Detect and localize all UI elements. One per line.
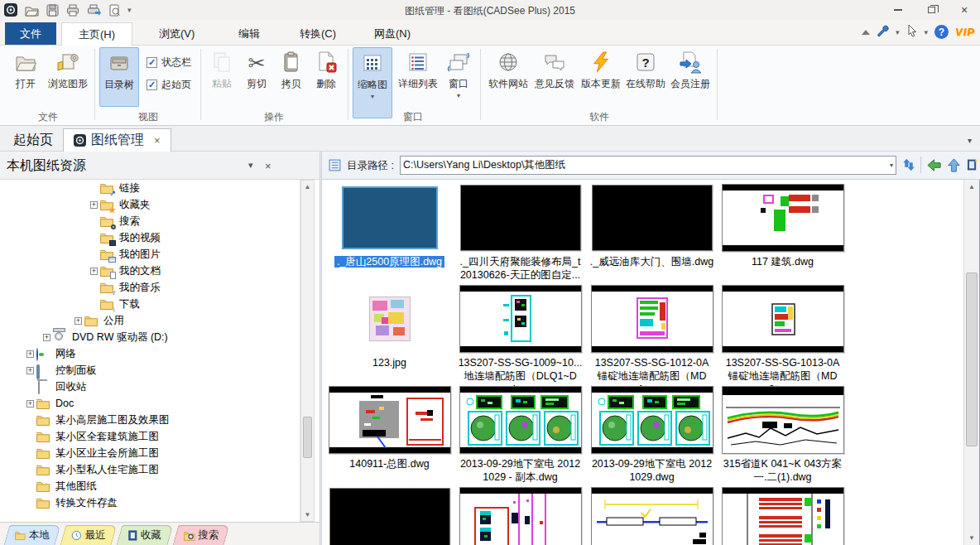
tab-list-dropdown-icon[interactable]: ▾: [968, 136, 972, 145]
file-item[interactable]: 13S207-SS-SG-1012-0A 锚碇地连墙配筋图（MD1）....: [588, 284, 716, 383]
footer-tab-local[interactable]: 本地: [4, 525, 61, 545]
combo-dropdown-icon[interactable]: ▾: [890, 162, 893, 169]
directory-tree-button[interactable]: 目录树: [99, 47, 139, 107]
expand-icon[interactable]: +: [26, 400, 34, 408]
file-item[interactable]: 2013-09-29地下室电 20121029 - 副本.dwg: [456, 385, 584, 485]
expand-icon[interactable]: +: [26, 367, 34, 374]
file-item[interactable]: 13S207-SS-SG-1013-0A 锚碇地连墙配筋图（MD2）....: [718, 284, 847, 383]
tree-item-search[interactable]: 搜索: [0, 213, 300, 229]
open-icon[interactable]: [24, 2, 39, 17]
footer-tab-search[interactable]: 搜索: [173, 525, 230, 545]
file-item[interactable]: 13S207-SS-SG-1009~10... 地连墙配筋图（DLQ1~DL..…: [456, 284, 584, 383]
print-icon[interactable]: [65, 2, 80, 17]
tab-browse[interactable]: 浏览(V): [142, 22, 211, 46]
expand-icon[interactable]: +: [74, 317, 82, 325]
delete-button[interactable]: 删除: [311, 47, 341, 91]
back-button[interactable]: [925, 156, 943, 174]
file-item[interactable]: [588, 486, 716, 545]
tab-netdisk[interactable]: 网盘(N): [358, 22, 427, 46]
tree-item-control-panel[interactable]: + 控制面板: [0, 362, 300, 379]
tree-item-music[interactable]: ♪ 我的音乐: [0, 279, 300, 296]
scroll-up-icon[interactable]: ▲: [301, 183, 314, 191]
tree-item-pictures[interactable]: 我的图片: [0, 246, 300, 263]
footer-tab-favorites[interactable]: 收藏: [117, 525, 174, 545]
tab-start-page[interactable]: 起始页: [3, 128, 63, 152]
file-item[interactable]: [718, 486, 847, 545]
tab-home[interactable]: 主页(H): [61, 22, 132, 46]
tree-scrollbar[interactable]: ▲ ▼: [300, 180, 315, 522]
scroll-up-icon[interactable]: ▲: [964, 183, 979, 191]
tree-item-other-drawings[interactable]: 其他图纸: [0, 478, 300, 494]
vip-badge[interactable]: VIP: [955, 26, 975, 38]
scrollbar-thumb[interactable]: [303, 417, 312, 458]
scroll-down-icon[interactable]: ▼: [301, 511, 314, 518]
file-item[interactable]: 2013-09-29地下室电 20121029.dwg: [588, 385, 716, 485]
wrench-dropdown-icon[interactable]: ▾: [896, 28, 900, 36]
tree-item-clubhouse[interactable]: 某小区业主会所施工图: [0, 445, 300, 461]
cursor-dropdown-icon[interactable]: ▾: [925, 28, 929, 36]
app-logo-icon[interactable]: [3, 2, 18, 17]
print-preview-icon[interactable]: [107, 2, 122, 17]
member-register-button[interactable]: 会员注册: [669, 47, 712, 91]
tree-item-videos[interactable]: 我的视频: [0, 229, 300, 246]
path-input[interactable]: [403, 157, 882, 173]
expand-icon[interactable]: +: [90, 201, 98, 209]
minimize-button[interactable]: [887, 2, 909, 17]
copy-button[interactable]: 拷贝: [276, 47, 306, 91]
tree-item-public[interactable]: + 公用: [0, 312, 300, 329]
browse-drawings-button[interactable]: 浏览图形: [46, 47, 89, 91]
tree-item-fullset[interactable]: 某小区全套建筑施工图: [0, 428, 300, 445]
file-item[interactable]: ._四川天府聚能装修布局_t 20130626-天正的图自定...: [456, 183, 584, 282]
refresh-button[interactable]: [900, 156, 918, 174]
tree-item-doc[interactable]: + Doc: [0, 395, 300, 412]
file-item[interactable]: ._威远油库大门、围墙.dwg: [588, 183, 716, 282]
path-combobox[interactable]: ▾: [400, 156, 896, 175]
cursor-icon[interactable]: [906, 24, 918, 40]
paste-button[interactable]: 粘贴: [207, 47, 237, 91]
tree-item-highrise[interactable]: 某小高层施工图及效果图: [0, 412, 300, 428]
tree-item-downloads[interactable]: ↓ 下载: [0, 296, 300, 312]
close-button[interactable]: ×: [954, 2, 975, 17]
qat-dropdown-icon[interactable]: ▾: [127, 6, 132, 14]
close-tab-icon[interactable]: ×: [154, 134, 161, 147]
file-item[interactable]: 123.jpg: [325, 284, 454, 383]
panel-dropdown-icon[interactable]: ▾: [248, 160, 253, 171]
detail-list-button[interactable]: 详细列表: [396, 47, 440, 91]
tab-file[interactable]: 文件: [5, 22, 56, 45]
update-button[interactable]: 版本更新: [579, 47, 622, 91]
tree-item-favorites[interactable]: + ★ 收藏夹: [0, 196, 300, 213]
help-icon[interactable]: ?: [934, 25, 949, 39]
tree-item-converted-files[interactable]: 转换文件存盘: [0, 494, 300, 511]
feedback-button[interactable]: 意见反馈: [533, 47, 576, 91]
grid-scrollbar[interactable]: ▲ ▼: [963, 180, 979, 545]
file-item[interactable]: [325, 486, 454, 545]
favorites-book-button[interactable]: [963, 156, 980, 174]
tree-item-network[interactable]: + 网络: [0, 345, 300, 362]
file-item[interactable]: 140911-总图.dwg: [325, 385, 454, 485]
footer-tab-recent[interactable]: 最近: [60, 525, 118, 545]
file-item[interactable]: ._唐山2500原理图.dwg: [325, 183, 454, 282]
restore-button[interactable]: [920, 2, 942, 17]
open-button[interactable]: 打开: [7, 47, 45, 91]
thumbnail-view-button[interactable]: 缩略图 ▾: [353, 47, 392, 118]
tab-convert[interactable]: 转换(C): [283, 22, 353, 46]
cut-button[interactable]: ✂ 剪切: [242, 47, 271, 91]
wrench-icon[interactable]: [877, 25, 889, 40]
expand-icon[interactable]: +: [43, 334, 50, 341]
file-item[interactable]: [456, 486, 584, 545]
collapse-ribbon-icon[interactable]: [862, 30, 870, 35]
file-item[interactable]: 315省道K 041~K 043方案一.二(1).dwg: [718, 385, 847, 485]
print-export-icon[interactable]: [86, 2, 101, 17]
expand-icon[interactable]: +: [26, 350, 34, 358]
tree-item-dvd-drive[interactable]: + DVD RW 驱动器 (D:): [0, 329, 300, 345]
tree-item-recycle-bin[interactable]: 回收站: [0, 379, 300, 395]
tree-item-links[interactable]: ↗ 链接: [0, 180, 300, 196]
scroll-down-icon[interactable]: ▼: [964, 534, 979, 542]
startpage-checkbox[interactable]: ✓ 起始页: [147, 78, 191, 92]
window-button[interactable]: 窗口 ▾: [444, 47, 473, 99]
save-icon[interactable]: [45, 2, 60, 17]
file-item[interactable]: 117 建筑.dwg: [718, 183, 847, 282]
tree-item-private-house[interactable]: 某小型私人住宅施工图: [0, 461, 300, 478]
panel-close-icon[interactable]: ×: [265, 160, 271, 172]
statusbar-checkbox[interactable]: ✓ 状态栏: [147, 55, 191, 70]
